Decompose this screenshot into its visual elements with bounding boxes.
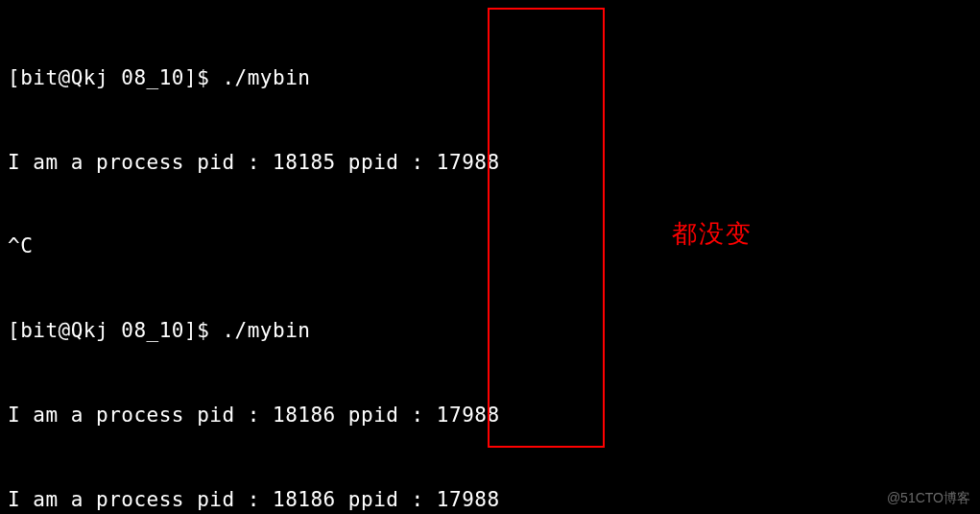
shell-prompt: [bit@Qkj 08_10]$ [8,66,222,89]
command-text: ./mybin [222,66,310,89]
watermark-text: @51CTO博客 [887,489,970,508]
interrupt-line: ^C [8,233,972,260]
output-line: I am a process pid : 18186 ppid : 17988 [8,486,972,514]
shell-prompt: [bit@Qkj 08_10]$ [8,319,222,342]
output-line: I am a process pid : 18186 ppid : 17988 [8,402,972,429]
prompt-line: [bit@Qkj 08_10]$ ./mybin [8,317,972,345]
terminal-output[interactable]: [bit@Qkj 08_10]$ ./mybin I am a process … [0,0,980,514]
prompt-line: [bit@Qkj 08_10]$ ./mybin [8,64,972,92]
output-line: I am a process pid : 18185 ppid : 17988 [8,149,972,177]
annotation-text: 都没变 [672,216,753,251]
command-text: ./mybin [222,319,310,342]
